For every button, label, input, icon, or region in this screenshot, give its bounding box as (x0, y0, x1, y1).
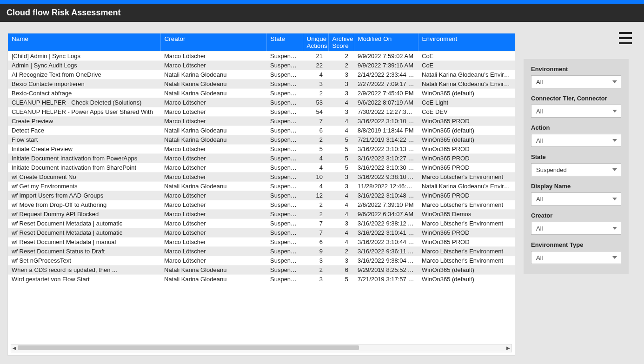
cell-score: 4 (328, 237, 354, 246)
col-header-score[interactable]: Archive Score (328, 33, 354, 51)
cell-env: WinOn365 PROD (418, 237, 515, 246)
table-row[interactable]: CLEANUP HELPER - Check Deleted (Solution… (8, 98, 515, 107)
filter-label: State (531, 153, 621, 160)
cell-score: 3 (328, 218, 354, 228)
col-header-actions[interactable]: Unique Actions (303, 33, 328, 51)
table-row[interactable]: Wird gestartet von Flow StartNatali Kari… (8, 274, 515, 284)
cell-name: wf Set nGProcessText (8, 256, 160, 265)
table-row[interactable]: Bexio-Contact abfrageNatali Karina Glode… (8, 88, 515, 98)
filter-value: All (536, 254, 543, 261)
cell-actions: 4 (303, 181, 328, 191)
filter-env-type-select[interactable]: All (531, 251, 621, 264)
table-row[interactable]: AI Recognize Text from OneDriveNatali Ka… (8, 70, 515, 79)
risk-table: Name Creator State Unique Actions Archiv… (8, 33, 515, 284)
cell-actions: 22 (303, 60, 328, 70)
cell-env: WinOn365 (default) (418, 88, 515, 98)
right-area: Environment All Connector Tier, Connecto… (524, 33, 638, 356)
cell-creator: Natali Karina Glodeanu (160, 274, 266, 284)
filter-display-name-select[interactable]: All (531, 192, 621, 205)
cell-modified: 3/16/2022 9:38:04 AM (354, 256, 418, 265)
table-row[interactable]: Flow startNatali Karina GlodeanuSuspende… (8, 135, 515, 144)
table-row[interactable]: Bexio Contacte importierenNatali Karina … (8, 79, 515, 88)
cell-env: WinOn365 (default) (418, 274, 515, 284)
cell-modified: 3/16/2022 9:38:12 AM (354, 218, 418, 228)
scroll-thumb[interactable] (18, 345, 359, 350)
cell-creator: Marco Lötscher (160, 209, 266, 218)
header-bar: Cloud flow Risk Assessment (0, 4, 644, 22)
cell-env: Marco Lötscher's Environment (418, 200, 515, 209)
cell-actions: 12 (303, 191, 328, 200)
filter-creator-select[interactable]: All (531, 222, 621, 235)
filter-label: Creator (531, 212, 621, 219)
cell-creator: Marco Lötscher (160, 51, 266, 60)
hamburger-icon[interactable] (619, 32, 632, 44)
table-row[interactable]: When a CDS record is updated, then ...Na… (8, 265, 515, 274)
table-row[interactable]: wf Get my EnvironmentsNatali Karina Glod… (8, 181, 515, 191)
cell-state: Suspended (266, 98, 303, 107)
cell-env: Natali Karina Glodeanu's Environment (418, 181, 515, 191)
table-row[interactable]: wf Import Users from AAD-GroupsMarco Löt… (8, 191, 515, 200)
table-row[interactable]: Initiate Create PreviewMarco LötscherSus… (8, 144, 515, 153)
scroll-right-icon[interactable]: ▶ (505, 346, 511, 351)
cell-creator: Natali Karina Glodeanu (160, 181, 266, 191)
cell-env: WinOn365 Demos (418, 209, 515, 218)
col-header-creator[interactable]: Creator (160, 33, 266, 51)
cell-state: Suspended (266, 135, 303, 144)
cell-creator: Marco Lötscher (160, 237, 266, 246)
table-row[interactable]: Detect FaceNatali Karina GlodeanuSuspend… (8, 126, 515, 135)
table-row[interactable]: Initiate Document Inactivation from Powe… (8, 153, 515, 163)
table-row[interactable]: [Child] Admin | Sync LogsMarco LötscherS… (8, 51, 515, 60)
table-row[interactable]: wf Request Dummy API BlockedMarco Lötsch… (8, 209, 515, 218)
table-row[interactable]: wf Reset Document Metadata | manualMarco… (8, 237, 515, 246)
cell-modified: 11/28/2022 12:46:21 PM (354, 181, 418, 191)
table-row[interactable]: wf Move from Drop-Off to AuthoringMarco … (8, 200, 515, 209)
cell-creator: Marco Lötscher (160, 200, 266, 209)
scroll-left-icon[interactable]: ◀ (11, 346, 18, 351)
cell-creator: Natali Karina Glodeanu (160, 79, 266, 88)
cell-score: 4 (328, 98, 354, 107)
cell-creator: Marco Lötscher (160, 107, 266, 116)
scroll-track[interactable] (18, 344, 505, 352)
cell-modified: 3/16/2022 3:10:41 PM (354, 228, 418, 237)
cell-actions: 21 (303, 51, 328, 60)
cell-score: 5 (328, 274, 354, 284)
chevron-down-icon (612, 227, 617, 230)
cell-name: wf Import Users from AAD-Groups (8, 191, 160, 200)
cell-name: When a CDS record is updated, then ... (8, 265, 160, 274)
cell-env: WinOn365 (default) (418, 135, 515, 144)
cell-actions: 53 (303, 98, 328, 107)
col-header-name[interactable]: Name (8, 33, 160, 51)
filter-state-select[interactable]: Suspended (531, 163, 621, 176)
col-header-modified[interactable]: Modified On (354, 33, 418, 51)
table-row[interactable]: wf Create Document NoMarco LötscherSuspe… (8, 172, 515, 181)
cell-actions: 54 (303, 107, 328, 116)
filter-environment-select[interactable]: All (531, 75, 621, 88)
horizontal-scrollbar[interactable]: ◀ ▶ (11, 344, 512, 352)
filter-action-select[interactable]: All (531, 134, 621, 147)
chevron-down-icon (612, 139, 617, 142)
filter-env-type: Environment Type All (531, 241, 621, 264)
cell-name: Detect Face (8, 126, 160, 135)
top-accent-bar (0, 0, 644, 4)
cell-creator: Marco Lötscher (160, 191, 266, 200)
table-row[interactable]: Admin | Sync Audit LogsMarco LötscherSus… (8, 60, 515, 70)
cell-name: Bexio Contacte importieren (8, 79, 160, 88)
table-row[interactable]: wf Reset Document Status to DraftMarco L… (8, 246, 515, 256)
cell-actions: 3 (303, 256, 328, 265)
cell-name: wf Reset Document Status to Draft (8, 246, 160, 256)
cell-modified: 3/16/2022 9:38:10 AM (354, 172, 418, 181)
cell-env: Natali Karina Glodeanu's Environment (418, 70, 515, 79)
cell-state: Suspended (266, 218, 303, 228)
cell-creator: Natali Karina Glodeanu (160, 88, 266, 98)
col-header-env[interactable]: Environment (418, 33, 515, 51)
filter-connector-select[interactable]: All (531, 105, 621, 118)
table-row[interactable]: Create PreviewMarco LötscherSuspended743… (8, 116, 515, 126)
cell-modified: 3/16/2022 3:10:44 PM (354, 237, 418, 246)
col-header-state[interactable]: State (266, 33, 303, 51)
table-row[interactable]: Initiate Document Inactivation from Shar… (8, 163, 515, 172)
table-row[interactable]: CLEANUP HELPER - Power Apps User Shared … (8, 107, 515, 116)
cell-name: Bexio-Contact abfrage (8, 88, 160, 98)
table-row[interactable]: wf Set nGProcessTextMarco LötscherSuspen… (8, 256, 515, 265)
table-row[interactable]: wf Reset Document Metadata | automaticMa… (8, 228, 515, 237)
table-row[interactable]: wf Reset Document Metadata | automaticMa… (8, 218, 515, 228)
